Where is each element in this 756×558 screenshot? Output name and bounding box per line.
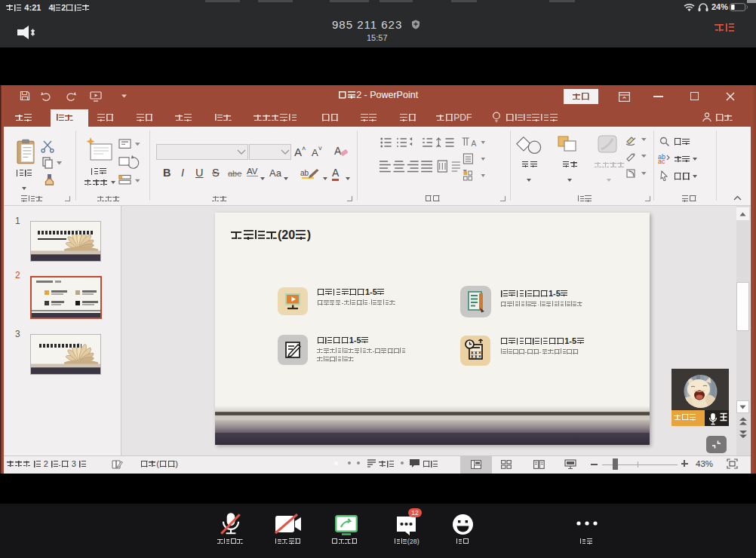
svg-text:A: A xyxy=(472,139,478,148)
svg-text:A: A xyxy=(334,145,342,157)
svg-text:ab: ab xyxy=(300,169,309,177)
svg-text:x: x xyxy=(471,354,474,359)
svg-text:ac: ac xyxy=(658,158,665,164)
svg-text:×: × xyxy=(478,354,481,359)
svg-text:x: x xyxy=(475,354,478,359)
